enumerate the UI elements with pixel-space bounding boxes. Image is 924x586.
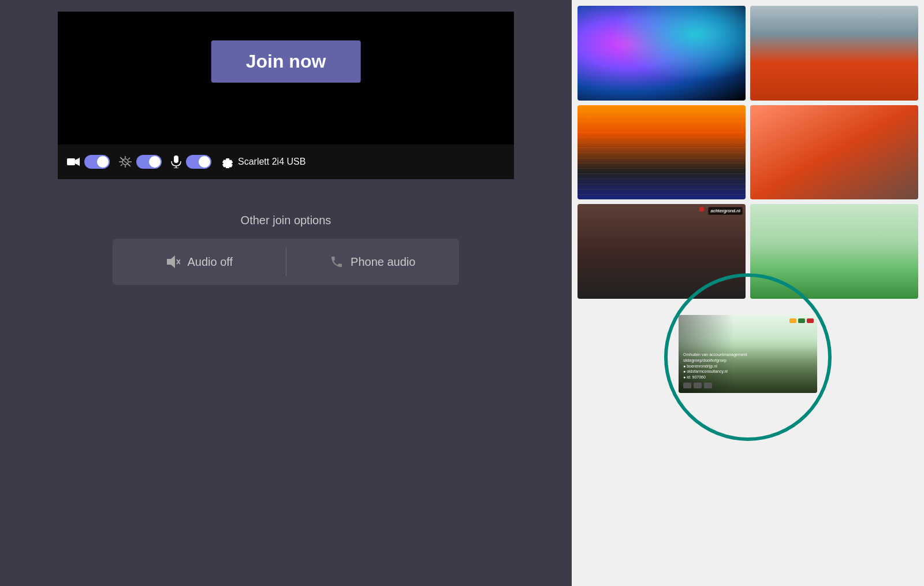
thumbnail-fantasy-city[interactable] (578, 105, 746, 200)
mic-toggle[interactable] (186, 155, 211, 169)
video-camera-icon (67, 157, 80, 167)
thumbnail-selected[interactable]: Omhullen van accountmanagement slidegroe… (679, 315, 817, 393)
thumbnail-trees[interactable] (750, 204, 918, 299)
svg-marker-1 (75, 158, 80, 166)
thumbnail-selected-overlay: Omhullen van accountmanagement slidegroe… (679, 315, 817, 393)
bottom-icon-3 (704, 383, 712, 388)
svg-line-9 (128, 158, 130, 160)
audio-off-label: Audio off (187, 255, 233, 269)
mic-control (171, 155, 211, 169)
join-now-button[interactable]: Join now (211, 40, 361, 83)
audio-device-control: Scarlett 2i4 USB (221, 155, 305, 168)
phone-icon (330, 255, 344, 269)
thumbnail-illustration[interactable] (750, 105, 918, 200)
controls-bar: Scarlett 2i4 USB (58, 144, 514, 179)
conference-badge (699, 207, 704, 212)
blur-toggle[interactable] (136, 155, 162, 169)
audio-off-icon (165, 254, 180, 269)
device-label: Scarlett 2i4 USB (238, 157, 305, 167)
conference-watermark: achtergrond.nl (709, 207, 743, 214)
right-panel: achtergrond.nl Omhullen van accountmanag… (572, 0, 924, 586)
thumbnail-conference[interactable]: achtergrond.nl (578, 204, 746, 299)
bottom-icon-1 (683, 383, 691, 388)
audio-off-button[interactable]: Audio off (113, 239, 286, 285)
svg-rect-12 (174, 155, 178, 163)
svg-marker-15 (167, 255, 175, 268)
thumbnail-bottom-icons (683, 383, 813, 388)
video-control (67, 155, 110, 169)
thumbnail-mountains[interactable] (750, 6, 918, 101)
phone-audio-button[interactable]: Phone audio (286, 239, 460, 285)
blur-icon (119, 156, 132, 168)
phone-audio-label: Phone audio (351, 255, 415, 269)
thumbnail-selected-text: Omhullen van accountmanagement slidegroe… (683, 352, 813, 380)
left-panel: Join now (0, 0, 572, 586)
join-options-row: Audio off Phone audio (113, 239, 459, 285)
microphone-icon (171, 155, 181, 168)
other-options-title: Other join options (241, 214, 331, 227)
other-join-options-section: Other join options Audio off (113, 214, 459, 285)
selected-thumbnail-container: Omhullen van accountmanagement slidegroe… (578, 303, 918, 410)
svg-rect-0 (67, 158, 75, 165)
svg-line-10 (121, 164, 122, 166)
camera-preview: Join now (58, 12, 514, 179)
thumbnail-galaxy[interactable] (578, 6, 746, 101)
thumbnails-grid: achtergrond.nl (578, 6, 918, 299)
video-toggle[interactable] (84, 155, 110, 169)
settings-gear-icon (221, 155, 233, 168)
blur-control (119, 155, 162, 169)
bottom-icon-2 (694, 383, 702, 388)
